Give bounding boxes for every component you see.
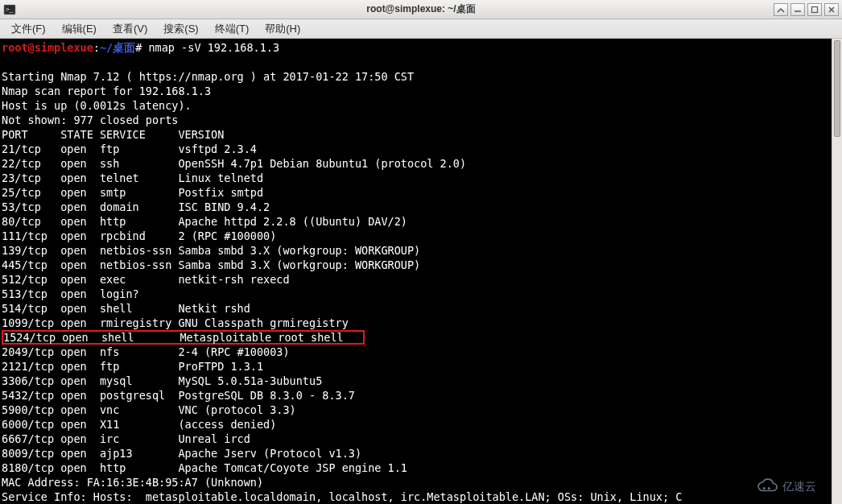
port-row-2049: 2049/tcp open nfs 2-4 (RPC #100003) (2, 345, 290, 358)
output-cols: PORT STATE SERVICE VERSION (2, 128, 224, 141)
command-text: nmap -sV 192.168.1.3 (148, 41, 279, 54)
window-controls (774, 3, 839, 16)
menu-view[interactable]: 查看(V) (105, 20, 155, 38)
close-button[interactable] (824, 3, 839, 16)
port-row-25: 25/tcp open smtp Postfix smtpd (2, 186, 263, 199)
port-row-111: 111/tcp open rpcbind 2 (RPC #100000) (2, 229, 276, 242)
menu-edit[interactable]: 编辑(E) (54, 20, 105, 38)
menu-terminal[interactable]: 终端(T) (207, 20, 258, 38)
terminal-icon: >_ (3, 3, 16, 16)
port-row-512: 512/tcp open exec netkit-rsh rexecd (2, 273, 290, 286)
output-serviceinfo: Service Info: Hosts: metasploitable.loca… (2, 490, 682, 503)
port-row-3306: 3306/tcp open mysql MySQL 5.0.51a-3ubunt… (2, 374, 322, 387)
terminal-scrollbar[interactable] (832, 39, 842, 504)
output-hostup: Host is up (0.0012s latency). (2, 99, 192, 112)
port-row-8180: 8180/tcp open http Apache Tomcat/Coyote … (2, 461, 407, 474)
menu-file[interactable]: 文件(F) (3, 20, 54, 38)
output-notshown: Not shown: 977 closed ports (2, 114, 178, 126)
shade-button[interactable] (790, 3, 805, 16)
minimize-button[interactable] (774, 3, 788, 16)
port-row-445: 445/tcp open netbios-ssn Samba smbd 3.X … (2, 258, 420, 271)
output-header: Starting Nmap 7.12 ( https://nmap.org ) … (2, 70, 414, 83)
window-titlebar: >_ root@simplexue: ~/桌面 (0, 0, 842, 19)
port-row-23: 23/tcp open telnet Linux telnetd (2, 171, 263, 184)
prompt-userhost: root@simplexue (2, 41, 93, 54)
prompt-colon: : (93, 41, 100, 54)
port-row-5432: 5432/tcp open postgresql PostgreSQL DB 8… (2, 389, 355, 402)
output-blank (2, 56, 8, 68)
port-row-80: 80/tcp open http Apache httpd 2.2.8 ((Ub… (2, 215, 407, 228)
menubar: 文件(F) 编辑(E) 查看(V) 搜索(S) 终端(T) 帮助(H) (0, 19, 842, 39)
maximize-button[interactable] (807, 3, 822, 16)
scrollbar-thumb[interactable] (834, 40, 840, 137)
port-row-21: 21/tcp open ftp vsftpd 2.3.4 (2, 143, 257, 155)
svg-text:>_: >_ (6, 6, 14, 13)
port-row-22: 22/tcp open ssh OpenSSH 4.7p1 Debian 8ub… (2, 157, 466, 170)
port-row-53: 53/tcp open domain ISC BIND 9.4.2 (2, 200, 270, 213)
output-report: Nmap scan report for 192.168.1.3 (2, 85, 211, 97)
port-row-2121: 2121/tcp open ftp ProFTPD 1.3.1 (2, 360, 263, 373)
port-row-1524: 1524/tcp open shell Metasploitable root … (3, 331, 363, 344)
port-row-6000: 6000/tcp open X11 (access denied) (2, 418, 276, 431)
terminal-content[interactable]: root@simplexue:~/桌面# nmap -sV 192.168.1.… (2, 40, 840, 504)
port-row-514: 514/tcp open shell Netkit rshd (2, 302, 250, 315)
window-title: root@simplexue: ~/桌面 (366, 2, 475, 16)
port-row-5900: 5900/tcp open vnc VNC (protocol 3.3) (2, 403, 296, 416)
menu-search[interactable]: 搜索(S) (155, 20, 206, 38)
port-row-139: 139/tcp open netbios-ssn Samba smbd 3.X … (2, 244, 420, 257)
prompt-hash: # (135, 41, 142, 54)
port-row-6667: 6667/tcp open irc Unreal ircd (2, 432, 250, 445)
port-row-1099: 1099/tcp open rmiregistry GNU Classpath … (2, 316, 349, 329)
highlighted-row-1524: 1524/tcp open shell Metasploitable root … (2, 330, 365, 345)
output-mac: MAC Address: FA:16:3E:4B:95:A7 (Unknown) (2, 476, 263, 489)
terminal-area[interactable]: root@simplexue:~/桌面# nmap -sV 192.168.1.… (0, 39, 842, 504)
port-row-8009: 8009/tcp open ajp13 Apache Jserv (Protoc… (2, 447, 361, 460)
menu-help[interactable]: 帮助(H) (257, 20, 308, 38)
svg-rect-3 (812, 6, 818, 12)
port-row-513: 513/tcp open login? (2, 287, 139, 300)
prompt-path: ~/桌面 (100, 41, 135, 54)
